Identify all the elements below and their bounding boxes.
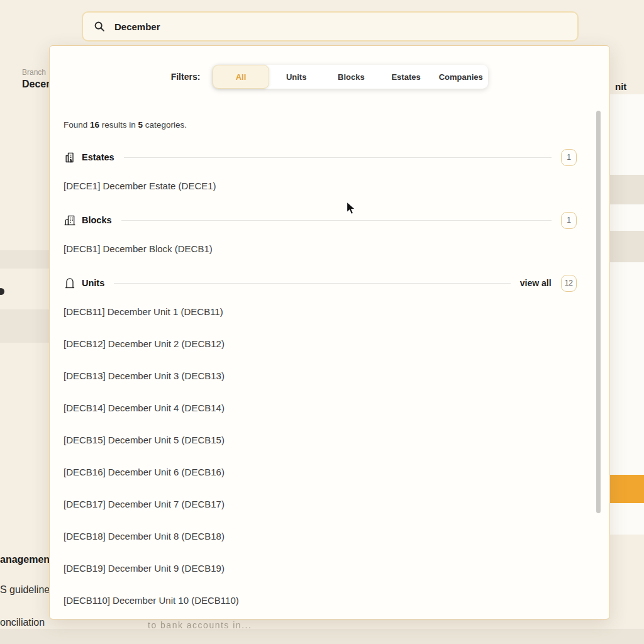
results-summary: Found 16 results in 5 categories. [64, 120, 609, 130]
view-all-link[interactable]: view all [520, 278, 552, 288]
result-item-unit[interactable]: [DECB16] December Unit 6 (DECB16) [64, 466, 577, 479]
background-text-management: anagement [0, 554, 53, 565]
section-units: Units view all 12 [DECB11] December Unit… [64, 274, 577, 607]
section-divider [124, 157, 552, 158]
background-right-panel [610, 94, 644, 535]
results-count: 16 [90, 120, 99, 130]
background-right-text-fragment: nit [615, 81, 626, 92]
filters-row: Filters: All Units Blocks Estates Compan… [50, 65, 609, 89]
background-text-reconciliation: onciliation [0, 617, 45, 628]
section-title: Blocks [82, 215, 112, 225]
result-item-unit[interactable]: [DECB15] December Unit 5 (DECB15) [64, 434, 577, 447]
results-category-count: 5 [138, 120, 143, 130]
result-item-estate[interactable]: [DECE1] December Estate (DECE1) [64, 180, 577, 192]
filter-tab-estates[interactable]: Estates [379, 65, 433, 89]
background-text-guidelines: S guidelines [0, 584, 55, 596]
estate-icon [64, 151, 76, 164]
section-count-badge: 12 [561, 275, 577, 292]
section-count-badge: 1 [561, 149, 577, 166]
section-count-badge: 1 [561, 212, 577, 229]
result-item-unit[interactable]: [DECB17] December Unit 7 (DECB17) [64, 498, 577, 511]
search-results-dropdown: Filters: All Units Blocks Estates Compan… [49, 45, 610, 619]
result-item-unit[interactable]: [DECB13] December Unit 3 (DECB13) [64, 370, 577, 382]
filters-label: Filters: [171, 72, 201, 82]
filter-tab-companies[interactable]: Companies [433, 65, 488, 89]
background-branch-label: Branch [22, 68, 46, 77]
results-sections: Estates 1 [DECE1] December Estate (DECE1… [50, 148, 609, 607]
filter-tab-units[interactable]: Units [269, 65, 324, 89]
section-title: Estates [82, 152, 114, 162]
section-blocks: Blocks 1 [DECB1] December Block (DECB1) [64, 211, 577, 255]
section-header-units: Units view all 12 [64, 274, 577, 292]
background-table-row [0, 250, 49, 269]
result-item-unit[interactable]: [DECB14] December Unit 4 (DECB14) [64, 402, 577, 414]
result-item-unit[interactable]: [DECB12] December Unit 2 (DECB12) [64, 338, 577, 350]
search-icon [93, 20, 106, 33]
block-icon [64, 214, 76, 226]
result-item-block[interactable]: [DECB1] December Block (DECB1) [64, 243, 577, 255]
background-table-row [0, 309, 49, 343]
background-bottom-strip [0, 629, 644, 644]
section-header-blocks: Blocks 1 [64, 211, 577, 229]
background-faded-text: to bank accounts in... [148, 620, 252, 630]
section-divider [121, 220, 552, 221]
background-table-row [610, 231, 644, 262]
result-item-unit[interactable]: [DECB110] December Unit 10 (DECB110) [64, 594, 577, 607]
filter-tabs: All Units Blocks Estates Companies [213, 65, 488, 89]
section-estates: Estates 1 [DECE1] December Estate (DECE1… [64, 148, 577, 192]
search-value: December [114, 21, 160, 32]
background-accent-block [610, 475, 644, 503]
section-title: Units [82, 278, 104, 288]
result-item-unit[interactable]: [DECB18] December Unit 8 (DECB18) [64, 530, 577, 543]
scrollbar-thumb[interactable] [596, 111, 601, 513]
filter-tab-blocks[interactable]: Blocks [324, 65, 379, 89]
search-input[interactable]: December [82, 11, 579, 42]
unit-icon [64, 277, 76, 289]
section-header-estates: Estates 1 [64, 148, 577, 166]
result-item-unit[interactable]: [DECB11] December Unit 1 (DECB11) [64, 306, 577, 318]
result-item-unit[interactable]: [DECB19] December Unit 9 (DECB19) [64, 562, 577, 575]
background-bullet-dot [0, 288, 4, 295]
filter-tab-all[interactable]: All [213, 65, 269, 89]
background-table-row [610, 175, 644, 204]
section-divider [114, 283, 511, 284]
